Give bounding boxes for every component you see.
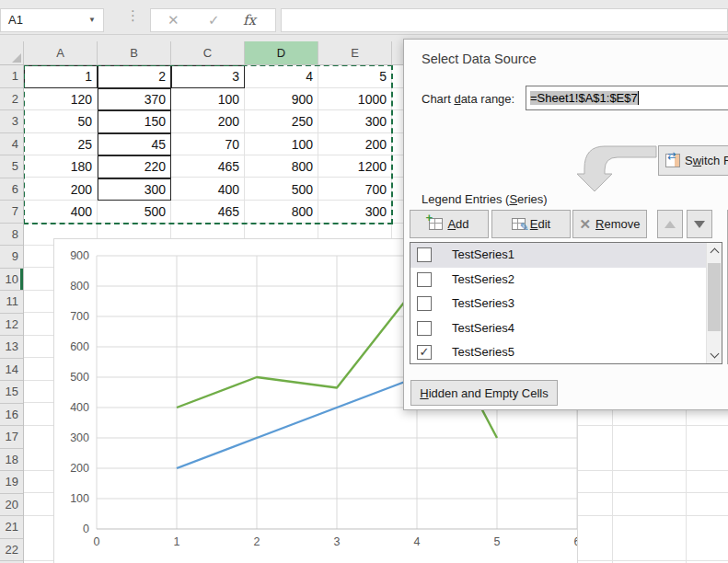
- cell-E5[interactable]: 1200: [318, 155, 392, 178]
- cell-D2[interactable]: 900: [245, 88, 318, 111]
- series-checkbox-TestSeries2[interactable]: [417, 272, 432, 287]
- cell-A3[interactable]: 50: [24, 110, 98, 133]
- row-header-7[interactable]: 7: [0, 201, 23, 224]
- cell-E4[interactable]: 200: [318, 133, 392, 156]
- column-header-D[interactable]: D: [245, 41, 318, 64]
- row-header-6[interactable]: 6: [0, 178, 23, 201]
- cell-E1[interactable]: 5: [318, 65, 392, 88]
- cell-A5[interactable]: 180: [24, 155, 98, 178]
- cell-D3[interactable]: 250: [245, 110, 318, 133]
- series-list-scrollbar[interactable]: [706, 243, 722, 363]
- edit-series-button[interactable]: ✎ Edit: [491, 210, 571, 238]
- cell-B3[interactable]: 150: [98, 110, 171, 133]
- cell-D6[interactable]: 500: [245, 178, 318, 201]
- formula-input[interactable]: [281, 8, 728, 32]
- cancel-icon[interactable]: ✕: [168, 9, 179, 31]
- cell-C6[interactable]: 400: [171, 178, 245, 201]
- select-all-corner[interactable]: [0, 41, 24, 64]
- row-header-8[interactable]: 8: [0, 224, 23, 247]
- row-header-20[interactable]: 20: [0, 494, 23, 517]
- row-header-5[interactable]: 5: [0, 155, 23, 178]
- cell-E2[interactable]: 1000: [318, 88, 392, 111]
- insert-function-icon[interactable]: fx: [243, 9, 256, 31]
- row-header-1[interactable]: 1: [0, 65, 23, 88]
- column-header-C[interactable]: C: [171, 41, 245, 64]
- row-header-4[interactable]: 4: [0, 133, 23, 156]
- row-header-11[interactable]: 11: [0, 291, 23, 314]
- add-series-button[interactable]: + Add: [410, 210, 489, 238]
- row-header-14[interactable]: 14: [0, 359, 23, 382]
- row-header-9[interactable]: 9: [0, 246, 23, 269]
- row-header-2[interactable]: 2: [0, 88, 23, 111]
- scrollbar-thumb[interactable]: [708, 263, 721, 331]
- cell-D4[interactable]: 100: [245, 133, 318, 156]
- cell-D5[interactable]: 800: [245, 155, 318, 178]
- cell-B5[interactable]: 220: [98, 155, 171, 178]
- cell-B7[interactable]: 500: [98, 201, 171, 224]
- row-header-3[interactable]: 3: [0, 110, 23, 133]
- remove-series-button[interactable]: ✕ Remove: [572, 210, 647, 238]
- cell-E3[interactable]: 300: [318, 110, 392, 133]
- chart-data-range-input[interactable]: =Sheet1!$A$1:$E$7: [526, 86, 728, 110]
- cell-C4[interactable]: 70: [171, 133, 245, 156]
- column-header-E[interactable]: E: [318, 41, 392, 64]
- scroll-up-button[interactable]: [707, 243, 722, 259]
- cell-C7[interactable]: 465: [171, 201, 245, 224]
- series-row-TestSeries3[interactable]: TestSeries3: [410, 292, 706, 316]
- series-checkbox-TestSeries4[interactable]: [417, 321, 432, 336]
- cell-B4[interactable]: 45: [98, 133, 171, 156]
- series-checkbox-TestSeries5[interactable]: ✓: [417, 345, 432, 360]
- series-checkbox-TestSeries3[interactable]: [417, 296, 432, 311]
- cell-D7[interactable]: 800: [245, 201, 318, 224]
- name-box[interactable]: A1 ▼: [0, 8, 104, 32]
- drag-dots-icon: ⋮: [126, 7, 140, 24]
- enter-icon[interactable]: ✓: [208, 9, 220, 31]
- cell-D1[interactable]: 4: [245, 65, 318, 88]
- scroll-down-button[interactable]: [707, 347, 722, 363]
- row-header-10[interactable]: 10: [0, 269, 23, 292]
- cell-E6[interactable]: 700: [318, 178, 392, 201]
- column-header-B[interactable]: B: [98, 41, 171, 64]
- row-header-22[interactable]: 22: [0, 539, 23, 562]
- row-header-13[interactable]: 13: [0, 336, 23, 359]
- cell-B1[interactable]: 2: [98, 65, 171, 88]
- series-row-TestSeries1[interactable]: TestSeries1: [410, 243, 706, 268]
- curved-down-arrow-icon: [577, 143, 660, 196]
- cell-E7[interactable]: 300: [318, 201, 392, 224]
- chevron-down-icon[interactable]: ▼: [88, 9, 96, 31]
- cell-A7[interactable]: 400: [24, 201, 98, 224]
- row-header-21[interactable]: 21: [0, 516, 23, 539]
- series-row-TestSeries2[interactable]: TestSeries2: [410, 268, 706, 293]
- cell-A4[interactable]: 25: [24, 133, 98, 156]
- move-series-up-button[interactable]: [657, 210, 683, 238]
- chevron-down-icon: [710, 350, 719, 359]
- cell-B6[interactable]: 300: [98, 178, 171, 201]
- switch-row-column-button[interactable]: ⇄ Switch R: [658, 145, 728, 176]
- svg-text:700: 700: [70, 310, 89, 323]
- row-header-17[interactable]: 17: [0, 426, 23, 449]
- cell-C3[interactable]: 200: [171, 110, 245, 133]
- hidden-and-empty-cells-button[interactable]: Hidden and Empty Cells: [410, 380, 558, 406]
- row-header-18[interactable]: 18: [0, 449, 23, 472]
- column-header-A[interactable]: A: [24, 41, 98, 64]
- cell-A6[interactable]: 200: [24, 178, 98, 201]
- row-header-12[interactable]: 12: [0, 314, 23, 337]
- cell-C2[interactable]: 100: [171, 88, 245, 111]
- series-label: TestSeries2: [452, 268, 514, 293]
- series-label: TestSeries3: [452, 292, 514, 316]
- move-series-down-button[interactable]: [687, 210, 712, 238]
- cell-C5[interactable]: 465: [171, 155, 245, 178]
- edit-label: Edit: [530, 217, 550, 231]
- row-header-15[interactable]: 15: [0, 381, 23, 404]
- series-checkbox-TestSeries1[interactable]: [417, 247, 432, 262]
- row-header-19[interactable]: 19: [0, 471, 23, 494]
- cell-A1[interactable]: 1: [24, 65, 98, 88]
- series-row-TestSeries4[interactable]: TestSeries4: [410, 316, 706, 341]
- cell-C1[interactable]: 3: [171, 65, 245, 88]
- cell-A2[interactable]: 120: [24, 88, 98, 111]
- series-row-TestSeries5[interactable]: ✓TestSeries5: [410, 340, 706, 365]
- row-header-16[interactable]: 16: [0, 404, 23, 427]
- svg-text:300: 300: [70, 431, 89, 444]
- text-caret: [638, 91, 639, 105]
- cell-B2[interactable]: 370: [98, 88, 171, 111]
